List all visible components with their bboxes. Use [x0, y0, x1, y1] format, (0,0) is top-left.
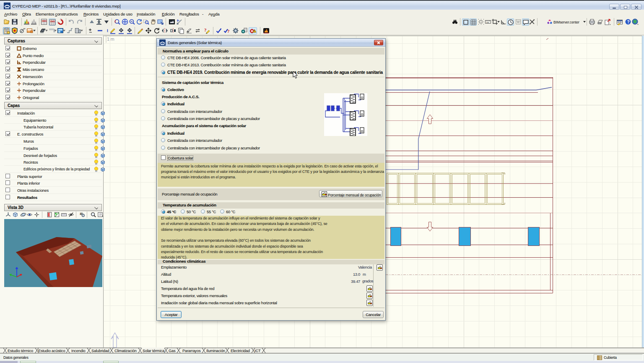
svg-text:?: ? [204, 27, 206, 32]
svg-text:?: ? [227, 29, 229, 34]
svg-text:?: ? [627, 20, 629, 24]
svg-text:100: 100 [486, 21, 489, 24]
svg-text:DWG: DWG [50, 20, 55, 23]
svg-text:1 m: 1 m [107, 37, 114, 42]
svg-text:DWG: DWG [42, 20, 47, 22]
